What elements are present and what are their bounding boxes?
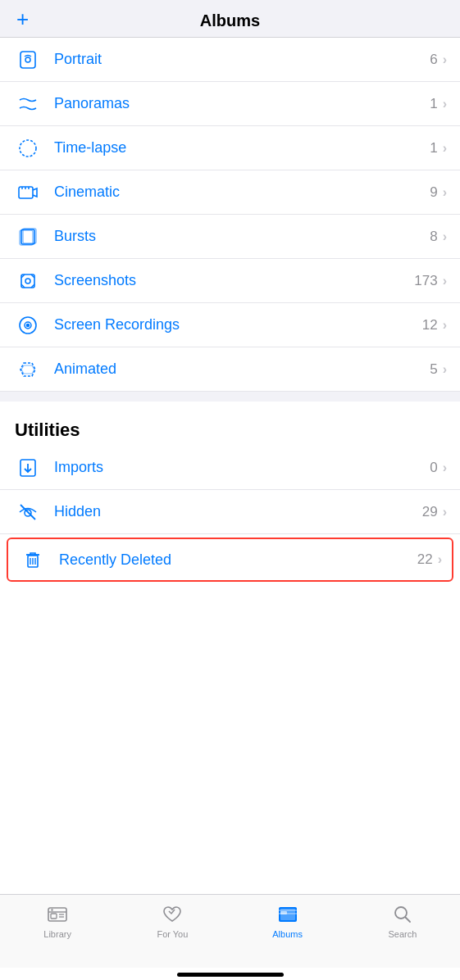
screenshots-chevron: › [443, 274, 447, 288]
cinematic-label: Cinematic [54, 184, 430, 201]
animated-chevron: › [443, 362, 447, 377]
hidden-icon [13, 501, 43, 523]
svg-rect-28 [51, 914, 57, 919]
header: + Albums [0, 0, 460, 38]
cinematic-count: 9 [430, 184, 437, 201]
svg-line-21 [20, 505, 35, 519]
tab-search[interactable]: Search [345, 901, 460, 939]
library-tab-label: Library [43, 929, 71, 939]
svg-rect-36 [280, 911, 287, 914]
for-you-tab-label: For You [157, 929, 188, 939]
list-item-portrait[interactable]: Portrait 6 › [0, 38, 460, 82]
timelapse-count: 1 [430, 140, 437, 157]
animated-icon [13, 359, 43, 380]
search-tab-icon [391, 903, 414, 926]
screen-recordings-label: Screen Recordings [54, 316, 422, 333]
add-button[interactable]: + [16, 6, 29, 31]
svg-point-3 [20, 140, 36, 157]
list-item-bursts[interactable]: Bursts 8 › [0, 215, 460, 259]
utilities-section-header: Utilities [0, 402, 460, 446]
screen-recordings-chevron: › [443, 318, 447, 333]
list-item-cinematic[interactable]: Cinematic 9 › [0, 170, 460, 215]
bursts-label: Bursts [54, 228, 430, 245]
imports-label: Imports [54, 459, 430, 476]
timelapse-icon [13, 138, 43, 159]
screenshots-icon [13, 270, 43, 292]
hidden-label: Hidden [54, 503, 422, 520]
list-item-screenshots[interactable]: Screenshots 173 › [0, 259, 460, 303]
library-tab-icon [46, 903, 69, 926]
screenshots-count: 173 [414, 273, 437, 289]
svg-marker-17 [21, 365, 34, 374]
page-title: Albums [200, 11, 260, 30]
cinematic-icon [13, 182, 43, 203]
timelapse-label: Time-lapse [54, 139, 430, 157]
albums-list: Portrait 6 › Panoramas 1 › Time-lapse 1 … [0, 38, 460, 894]
bursts-count: 8 [430, 229, 437, 245]
screen-recordings-count: 12 [422, 317, 438, 333]
albums-tab-icon [276, 903, 299, 926]
panoramas-icon [13, 93, 43, 115]
recently-deleted-label: Recently Deleted [59, 551, 417, 569]
imports-chevron: › [443, 461, 447, 475]
list-item-screen-recordings[interactable]: Screen Recordings 12 › [0, 303, 460, 347]
panoramas-label: Panoramas [54, 95, 430, 112]
list-item-animated[interactable]: Animated 5 › [0, 347, 460, 392]
timelapse-chevron: › [443, 141, 447, 156]
search-tab-label: Search [388, 929, 417, 939]
bursts-chevron: › [443, 229, 447, 244]
home-bar [177, 973, 284, 977]
list-item-imports[interactable]: Imports 0 › [0, 446, 460, 490]
svg-point-12 [25, 279, 30, 284]
recently-deleted-count: 22 [417, 551, 433, 568]
svg-point-27 [51, 909, 52, 910]
animated-count: 5 [430, 361, 437, 378]
utilities-gap [0, 392, 460, 402]
screenshots-label: Screenshots [54, 272, 414, 289]
list-item-timelapse[interactable]: Time-lapse 1 › [0, 126, 460, 170]
list-item-recently-deleted[interactable]: Recently Deleted 22 › [7, 538, 453, 582]
for-you-tab-icon [161, 903, 184, 926]
portrait-count: 6 [430, 52, 437, 68]
home-indicator [0, 968, 460, 980]
svg-point-15 [27, 324, 30, 326]
cinematic-chevron: › [443, 185, 447, 200]
list-item-panoramas[interactable]: Panoramas 1 › [0, 82, 460, 126]
screen-recordings-icon [13, 315, 43, 336]
svg-line-38 [405, 918, 410, 923]
hidden-count: 29 [422, 504, 438, 520]
albums-tab-label: Albums [272, 929, 303, 939]
portrait-icon [13, 49, 43, 70]
panoramas-chevron: › [443, 97, 447, 111]
trash-icon [18, 549, 48, 570]
portrait-label: Portrait [54, 51, 430, 68]
tab-library[interactable]: Library [0, 901, 115, 939]
tab-for-you[interactable]: For You [115, 901, 230, 939]
hidden-chevron: › [443, 505, 447, 519]
svg-marker-16 [20, 363, 35, 376]
recently-deleted-chevron: › [438, 552, 442, 567]
panoramas-count: 1 [430, 96, 437, 112]
tab-bar: Library For You Albums Search [0, 894, 460, 968]
imports-icon [13, 457, 43, 479]
bursts-icon [13, 226, 43, 247]
tab-albums[interactable]: Albums [230, 901, 345, 939]
animated-label: Animated [54, 361, 430, 378]
svg-point-1 [25, 57, 30, 62]
list-item-hidden[interactable]: Hidden 29 › [0, 490, 460, 534]
svg-rect-0 [20, 52, 35, 68]
portrait-chevron: › [443, 52, 447, 67]
imports-count: 0 [430, 460, 437, 476]
